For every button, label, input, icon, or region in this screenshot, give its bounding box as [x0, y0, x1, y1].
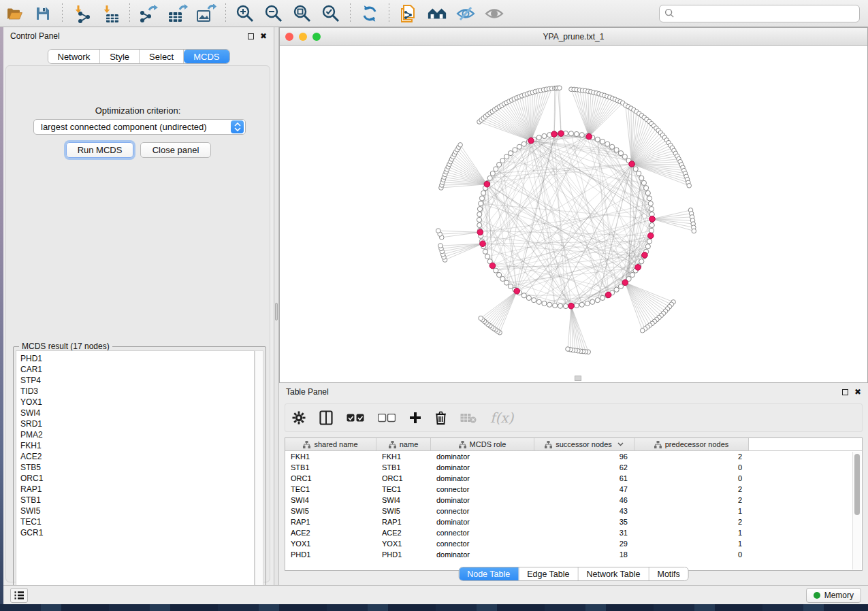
cell-shared_name: RAP1 [285, 518, 376, 526]
search-box[interactable] [659, 5, 860, 22]
mcds-result-item[interactable]: SWI4 [20, 408, 254, 418]
network-window-titlebar[interactable]: YPA_prune.txt_1 [280, 28, 867, 46]
mcds-result-title: MCDS result (17 nodes) [19, 342, 112, 351]
zoom-out-icon[interactable] [263, 3, 284, 24]
mcds-result-item[interactable]: FKH1 [20, 440, 254, 451]
mcds-result-item[interactable]: SRD1 [20, 418, 254, 429]
mcds-result-item[interactable]: ACE2 [20, 451, 254, 462]
cell-pred: 2 [634, 518, 749, 526]
save-session-icon[interactable] [33, 3, 53, 24]
float-window-icon[interactable] [842, 389, 848, 395]
table-row[interactable]: STB1STB1dominator620 [285, 462, 862, 473]
import-table-icon[interactable] [100, 3, 120, 24]
mcds-result-item[interactable]: SWI5 [20, 506, 254, 516]
toolbar-separator [225, 3, 226, 24]
export-table-icon[interactable] [167, 3, 188, 24]
tab-network[interactable]: Network [48, 50, 100, 63]
mcds-result-item[interactable]: CAR1 [20, 364, 254, 375]
mcds-result-item[interactable]: YOX1 [20, 397, 254, 408]
cell-role: dominator [431, 463, 534, 472]
cell-name: YOX1 [376, 540, 431, 548]
close-panel-button[interactable]: Close panel [140, 142, 211, 158]
close-panel-icon[interactable]: ✖ [260, 32, 267, 40]
tab-motifs[interactable]: Motifs [649, 567, 688, 580]
zoom-selected-icon[interactable] [321, 3, 341, 24]
tab-mcds[interactable]: MCDS [184, 50, 229, 63]
network-graph[interactable] [280, 46, 867, 382]
function-builder-icon: f(x) [490, 410, 513, 426]
deselect-all-columns-icon[interactable] [378, 414, 396, 423]
mcds-result-item[interactable]: RAP1 [20, 484, 254, 495]
hide-selected-icon[interactable] [455, 3, 476, 24]
table-scrollbar-thumb[interactable] [854, 454, 860, 515]
import-network-icon[interactable] [71, 3, 92, 24]
cell-role: dominator [431, 518, 534, 526]
table-row[interactable]: YOX1YOX1connector291 [285, 538, 862, 549]
mcds-result-item[interactable]: PMA2 [20, 429, 254, 440]
mcds-result-item[interactable]: STB1 [20, 495, 254, 506]
new-network-from-selection-icon[interactable] [398, 3, 419, 24]
open-file-icon[interactable] [4, 3, 25, 24]
first-neighbors-icon[interactable] [427, 3, 447, 24]
add-column-icon[interactable] [409, 412, 421, 424]
memory-button[interactable]: Memory [806, 588, 861, 603]
cell-pred: 0 [634, 474, 749, 482]
delete-column-icon[interactable] [435, 411, 447, 425]
table-row[interactable]: ORC1ORC1dominator610 [285, 473, 862, 484]
vertical-splitter[interactable] [274, 27, 279, 585]
run-mcds-button[interactable]: Run MCDS [66, 142, 133, 158]
table-row[interactable]: SWI5SWI5connector431 [285, 506, 862, 516]
tab-select[interactable]: Select [140, 50, 184, 63]
table-row[interactable]: TEC1TEC1connector472 [285, 484, 862, 495]
column-header-name[interactable]: name [376, 438, 431, 450]
network-canvas[interactable] [280, 46, 867, 382]
mcds-result-item[interactable]: TEC1 [20, 516, 254, 527]
select-all-columns-icon[interactable] [347, 414, 364, 423]
zoom-in-icon[interactable] [235, 3, 255, 24]
cell-succ: 35 [534, 518, 634, 526]
tab-node-table[interactable]: Node Table [459, 567, 519, 580]
cell-shared_name: FKH1 [285, 452, 376, 461]
show-all-icon[interactable] [484, 3, 504, 24]
tab-edge-table[interactable]: Edge Table [519, 567, 578, 580]
table-row[interactable]: PHD1PHD1dominator180 [285, 549, 862, 560]
horizontal-splitter-handle[interactable] [575, 376, 581, 381]
close-panel-icon[interactable]: ✖ [854, 388, 861, 396]
column-header-shared-name[interactable]: shared name [285, 438, 376, 450]
table-row[interactable]: SWI4SWI4dominator462 [285, 495, 862, 506]
tab-style[interactable]: Style [100, 50, 140, 63]
zoom-fit-icon[interactable] [292, 3, 312, 24]
column-header-predecessor-nodes[interactable]: predecessor nodes [634, 438, 749, 450]
splitter-handle[interactable] [275, 303, 278, 320]
table-scrollbar[interactable] [852, 452, 861, 569]
cell-succ: 29 [534, 540, 634, 548]
table-row[interactable]: FKH1FKH1dominator962 [285, 451, 862, 462]
search-input[interactable] [675, 9, 854, 18]
split-panel-icon[interactable] [319, 410, 333, 425]
cell-name: SWI5 [376, 507, 431, 515]
mcds-result-scrollbar[interactable] [255, 350, 263, 595]
mcds-result-item[interactable]: ORC1 [20, 473, 254, 484]
export-image-icon[interactable] [196, 3, 216, 24]
export-network-icon[interactable] [139, 3, 159, 24]
mcds-result-item[interactable]: STP4 [20, 375, 254, 386]
settings-gear-icon[interactable] [292, 411, 306, 425]
mcds-result-item[interactable]: TID3 [20, 386, 254, 397]
cell-pred: 1 [634, 540, 749, 548]
column-header-MCDS-role[interactable]: MCDS role [431, 438, 534, 450]
table-row[interactable]: RAP1RAP1dominator352 [285, 516, 862, 527]
table-row[interactable]: ACE2ACE2connector311 [285, 527, 862, 538]
cell-name: FKH1 [376, 452, 431, 461]
refresh-icon[interactable] [359, 3, 380, 24]
mcds-result-item[interactable]: GCR1 [20, 527, 254, 538]
tab-network-table[interactable]: Network Table [579, 567, 649, 580]
mcds-result-item[interactable]: STB5 [20, 462, 254, 473]
optimization-criterion-select[interactable]: largest connected component (undirected) [33, 119, 246, 135]
cell-role: dominator [431, 496, 534, 504]
column-header-successor-nodes[interactable]: successor nodes [534, 438, 634, 450]
mcds-result-list[interactable]: PHD1CAR1STP4TID3YOX1SWI4SRD1PMA2FKH1ACE2… [16, 350, 255, 595]
mcds-result-item[interactable]: PHD1 [20, 353, 254, 364]
cell-shared_name: YOX1 [285, 540, 376, 548]
show-panels-button[interactable] [10, 588, 28, 603]
float-window-icon[interactable] [248, 33, 254, 39]
